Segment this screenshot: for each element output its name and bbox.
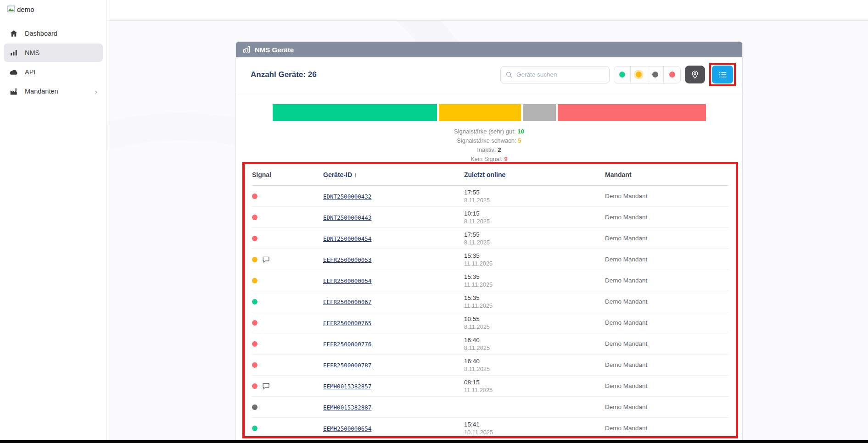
mandant-cell: Demo Mandant — [605, 298, 728, 305]
last-online-cell: 10:15 8.11.2025 — [464, 210, 605, 225]
device-id-link[interactable]: EEFR2500000054 — [323, 277, 371, 284]
card-toolbar: Anzahl Geräte: 26 — [236, 57, 742, 92]
sidebar-item-dashboard[interactable]: Dashboard — [4, 24, 103, 43]
search-input[interactable] — [500, 66, 610, 83]
stat-signal-good: Signalstärke (sehr) gut:10 — [236, 127, 742, 136]
signal-status-dot — [252, 194, 258, 199]
device-id-link[interactable]: EEFR2500000765 — [323, 320, 371, 327]
table-row: EEFR2500000765 10:55 8.11.2025 Demo Mand… — [252, 312, 728, 333]
last-online-cell: 17:55 8.11.2025 — [464, 188, 605, 204]
status-filter-group — [614, 66, 681, 83]
sidebar-item-label: Dashboard — [25, 30, 57, 37]
device-id-link[interactable]: EEMH0015382857 — [323, 383, 371, 390]
last-online-time: 17:55 — [464, 231, 605, 238]
logo-text: demo — [17, 6, 34, 13]
devices-table-annotation-box: Signal Geräte-ID ↑ Zuletzt online Mandan… — [242, 162, 738, 438]
stat-signal-weak: Signalstärke schwach:5 — [236, 136, 742, 145]
device-id-link[interactable]: EDNT2500000454 — [323, 235, 371, 242]
signal-cell — [252, 382, 323, 390]
last-online-date: 11.11.2025 — [464, 386, 605, 394]
signal-status-dot — [252, 426, 258, 431]
last-online-date: 8.11.2025 — [464, 365, 605, 373]
signal-status-dot — [252, 278, 258, 283]
table-row: EEFR2500000776 16:40 8.11.2025 Demo Mand… — [252, 333, 728, 354]
device-id-link[interactable]: EEMH0015382887 — [323, 404, 371, 411]
bar-segment-0 — [273, 104, 437, 121]
last-online-cell: 08:15 11.11.2025 — [464, 378, 605, 394]
device-id-link[interactable]: EDNT2500000432 — [323, 193, 371, 200]
last-online-time: 16:40 — [464, 357, 605, 365]
signal-cell — [252, 340, 323, 348]
header-signal: Signal — [252, 171, 323, 178]
sidebar-item-label: NMS — [25, 49, 39, 56]
signal-cell — [252, 319, 323, 327]
mandant-cell: Demo Mandant — [605, 425, 728, 432]
last-online-time: 10:15 — [464, 210, 605, 217]
signal-status-dot — [252, 299, 258, 305]
search-icon — [505, 71, 513, 80]
sidebar-nav: Dashboard NMS API Mandanten › — [0, 24, 106, 100]
table-row: EDNT2500000432 17:55 8.11.2025 Demo Mand… — [252, 186, 728, 207]
last-online-date: 11.11.2025 — [464, 260, 605, 267]
filter-gray[interactable] — [647, 66, 664, 83]
mandant-cell: Demo Mandant — [605, 361, 728, 368]
app-logo[interactable]: demo — [0, 0, 106, 18]
last-online-cell: 10:55 8.11.2025 — [464, 315, 605, 331]
signal-cell — [252, 214, 323, 221]
table-row: EEMH0015382857 08:15 11.11.2025 Demo Man… — [252, 376, 728, 397]
bar-chart-icon — [9, 48, 18, 57]
device-id-link[interactable]: EEFR2500000053 — [323, 256, 371, 263]
device-id-link[interactable]: EEFR2500000787 — [323, 362, 371, 369]
device-id-link[interactable]: EDNT2500000443 — [323, 214, 371, 221]
factory-icon — [9, 87, 18, 96]
device-id-cell: EEFR2500000787 — [323, 361, 464, 369]
list-icon — [718, 71, 727, 78]
bar-segment-3 — [558, 104, 706, 121]
device-id-cell: EEMH0015382887 — [323, 403, 464, 411]
device-id-cell: EDNT2500000443 — [323, 213, 464, 222]
last-online-cell: 16:40 8.11.2025 — [464, 336, 605, 352]
annotation-box-button — [709, 63, 736, 86]
map-pin-icon — [691, 70, 699, 79]
note-bubble-icon[interactable] — [262, 256, 270, 263]
device-id-cell: EDNT2500000432 — [323, 192, 464, 200]
stat-inactive: Inaktiv:2 — [236, 145, 742, 155]
device-id-cell: EEFR2500000054 — [323, 277, 464, 285]
card-bar-chart-icon — [242, 45, 251, 54]
mandant-cell: Demo Mandant — [605, 256, 728, 263]
last-online-cell: 15:35 11.11.2025 — [464, 294, 605, 310]
device-id-link[interactable]: EEFR2500000776 — [323, 341, 371, 348]
mandant-cell: Demo Mandant — [605, 193, 728, 199]
card-title: NMS Geräte — [255, 46, 294, 54]
sidebar-item-mandanten[interactable]: Mandanten › — [4, 82, 103, 100]
broken-image-icon — [7, 6, 16, 13]
last-online-date: 8.11.2025 — [464, 238, 605, 246]
signal-cell — [252, 298, 323, 305]
header-device-id-sort[interactable]: Geräte-ID ↑ — [323, 171, 464, 178]
signal-status-dot — [252, 257, 258, 262]
filter-yellow[interactable] — [631, 66, 647, 83]
device-id-cell: EEFR2500000053 — [323, 255, 464, 264]
list-view-button[interactable] — [712, 66, 733, 83]
signal-cell — [252, 256, 323, 263]
last-online-cell: 15:35 11.11.2025 — [464, 273, 605, 288]
last-online-date: 11.11.2025 — [464, 302, 605, 310]
signal-status-dot — [252, 362, 258, 368]
table-row: EEMH2500000654 15:41 10.11.2025 Demo Man… — [252, 418, 728, 438]
cloud-icon — [9, 67, 18, 77]
header-last-online-sort[interactable]: Zuletzt online — [464, 171, 605, 178]
filter-red[interactable] — [664, 66, 680, 83]
device-id-link[interactable]: EEFR2500000067 — [323, 299, 371, 305]
sidebar-item-nms[interactable]: NMS — [4, 44, 103, 62]
table-row: EDNT2500000454 17:55 8.11.2025 Demo Mand… — [252, 228, 728, 249]
header-mandant: Mandant — [605, 171, 728, 178]
note-bubble-icon[interactable] — [262, 382, 270, 390]
devices-table: Signal Geräte-ID ↑ Zuletzt online Mandan… — [245, 164, 736, 438]
map-view-button[interactable] — [685, 66, 705, 83]
filter-green[interactable] — [614, 66, 631, 83]
device-id-link[interactable]: EEMH2500000654 — [323, 425, 371, 432]
table-row: EEFR2500000787 16:40 8.11.2025 Demo Mand… — [252, 354, 728, 376]
last-online-date: 8.11.2025 — [464, 217, 605, 225]
sidebar-item-api[interactable]: API — [4, 63, 103, 81]
last-online-time: 10:55 — [464, 315, 605, 323]
